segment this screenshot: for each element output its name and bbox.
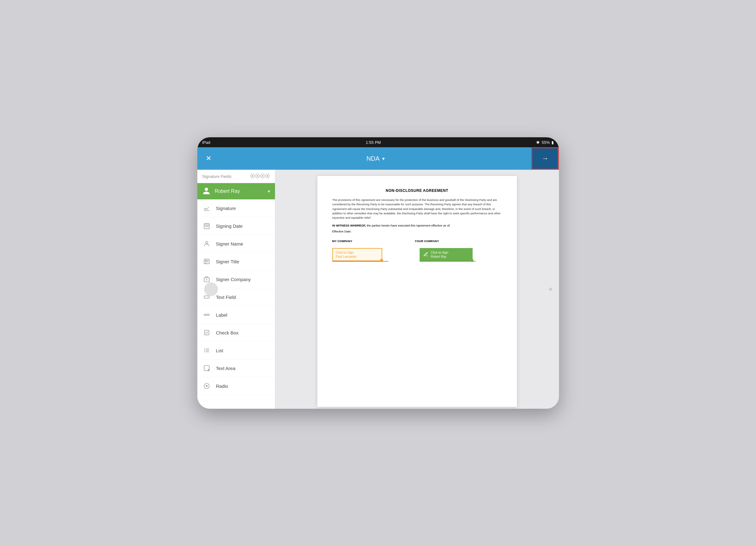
doc-body-text: The provisions of this Agreement are nec… (332, 198, 502, 220)
svg-rect-18 (204, 314, 209, 316)
doc-parties: MY COMPANY YOUR COMPANY (332, 239, 502, 243)
sidebar-item-label[interactable]: Label (197, 306, 275, 324)
close-icon: ✕ (206, 154, 211, 162)
doc-effective-date: Effective Date: (332, 229, 502, 233)
sidebar-title: Signature Fields (202, 174, 232, 179)
sidebar-item-text-area[interactable]: Text Area (197, 360, 275, 377)
left-handle (204, 283, 218, 296)
doc-witness-rest: the parties hereto have executed this Ag… (367, 224, 450, 227)
status-time: 1:55 PM (366, 140, 381, 145)
sig-click-box-green[interactable]: Click-to-SignRobert Ray (420, 248, 473, 261)
sidebar-item-signature[interactable]: Signature (197, 199, 275, 217)
battery-icon: ▮ (551, 140, 554, 145)
sig-block-2: Click-to-SignRobert Ray (420, 250, 476, 263)
sig-pencil-icon (423, 252, 428, 258)
signer-title-label: Signer Title (216, 259, 239, 264)
radio-icon (202, 382, 211, 390)
sidebar-header: Signature Fields ⦿⦿⦿⦿ (197, 170, 275, 183)
label-icon (202, 311, 211, 319)
svg-point-8 (205, 241, 208, 244)
main-content: Signature Fields ⦿⦿⦿⦿ Robert Ray ▾ (197, 170, 559, 409)
status-bar: iPad 1:55 PM ✱ 55% ▮ (197, 137, 559, 147)
sidebar-item-signer-name[interactable]: Signer Name (197, 235, 275, 253)
sidebar-item-list[interactable]: List (197, 342, 275, 360)
sig-click-text-green: Click-to-SignRobert Ray (431, 250, 449, 258)
sig-click-box-orange[interactable]: Click-to-SignPaul Lancaster (332, 248, 382, 261)
list-label: List (216, 348, 223, 353)
sidebar-item-radio[interactable]: Radio (197, 377, 275, 395)
device-frame: iPad 1:55 PM ✱ 55% ▮ ✕ NDA ▾ → Signature… (197, 137, 559, 409)
signer-name: Robert Ray (215, 188, 264, 194)
svg-rect-7 (207, 226, 208, 227)
next-button[interactable]: → (531, 147, 559, 170)
document-title: NDA (366, 155, 379, 162)
signer-name-label: Signer Name (216, 241, 243, 246)
next-arrow-icon: → (542, 154, 548, 162)
signer-company-label: Signer Company (216, 277, 251, 282)
svg-rect-6 (206, 226, 207, 227)
sidebar-item-signing-date[interactable]: Signing Date (197, 217, 275, 235)
battery-percent: 55% (542, 140, 550, 145)
status-right: ✱ 55% ▮ (536, 140, 554, 145)
header-title-area: NDA ▾ (366, 155, 384, 162)
doc-party2-label: YOUR COMPANY (415, 239, 439, 243)
list-icon (202, 346, 211, 355)
sidebar-item-signer-title[interactable]: Signer Title (197, 253, 275, 270)
signature-label: Signature (216, 205, 236, 211)
text-field-label: Text Field (216, 295, 236, 300)
document-area: NON-DISCLOSURE AGREEMENT The provisions … (275, 170, 559, 409)
doc-party1-label: MY COMPANY (332, 239, 353, 243)
signer-name-icon (202, 239, 211, 248)
svg-point-25 (204, 351, 205, 352)
signer-selector[interactable]: Robert Ray ▾ (197, 183, 275, 199)
radio-label: Radio (216, 384, 228, 389)
signing-date-icon (202, 221, 211, 230)
doc-title: NON-DISCLOSURE AGREEMENT (332, 188, 502, 193)
svg-rect-5 (205, 226, 206, 227)
sidebar-items-list: Signature Signing (197, 199, 275, 409)
svg-point-24 (204, 350, 205, 351)
signature-icon (202, 204, 211, 212)
svg-point-23 (204, 349, 205, 350)
header: ✕ NDA ▾ → (197, 147, 559, 170)
doc-witness-text: IN WITNESS WHEREOF, the parties hereto h… (332, 224, 502, 227)
check-box-label: Check Box (216, 330, 239, 336)
device-name: iPad (202, 140, 210, 145)
svg-rect-17 (204, 296, 209, 298)
grid-icon: ⦿⦿⦿⦿ (250, 173, 270, 179)
sidebar-item-check-box[interactable]: Check Box (197, 324, 275, 342)
sig-dot-orange (380, 259, 383, 262)
doc-witness-bold: IN WITNESS WHEREOF, (332, 224, 366, 227)
signer-chevron-icon: ▾ (268, 189, 270, 194)
right-handle (549, 288, 552, 291)
text-area-label: Text Area (216, 366, 236, 371)
label-label: Label (216, 312, 228, 318)
header-chevron-icon: ▾ (382, 156, 385, 162)
document-page: NON-DISCLOSURE AGREEMENT The provisions … (317, 176, 517, 407)
svg-point-10 (205, 260, 206, 262)
text-area-icon (202, 364, 211, 373)
sig-line-2: Click-to-SignRobert Ray (420, 250, 476, 261)
signer-avatar-icon (202, 187, 211, 196)
close-button[interactable]: ✕ (197, 147, 220, 170)
bluetooth-icon: ✱ (536, 140, 540, 145)
signer-title-icon (202, 257, 211, 266)
sig-click-text-orange: Click-to-SignPaul Lancaster (336, 250, 378, 258)
sig-dot-green (470, 259, 474, 262)
doc-signatures: Click-to-SignPaul Lancaster (332, 250, 502, 263)
check-box-icon (202, 328, 211, 337)
sig-block-1: Click-to-SignPaul Lancaster (332, 250, 388, 263)
svg-point-28 (206, 385, 208, 387)
signing-date-label: Signing Date (216, 223, 243, 229)
svg-rect-19 (204, 331, 209, 335)
sig-line-1: Click-to-SignPaul Lancaster (332, 250, 388, 261)
